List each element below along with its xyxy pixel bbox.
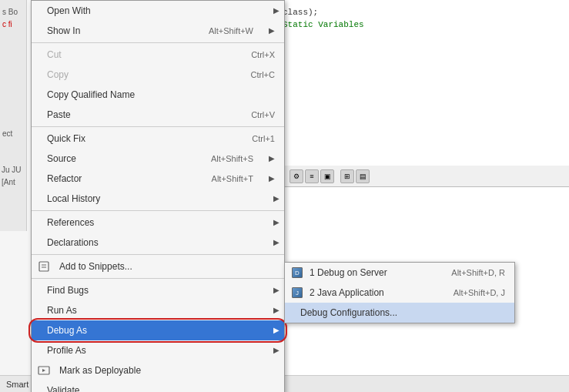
- submenu-label-debug-config: Debug Configurations...: [300, 305, 397, 320]
- arrow-run-as: ▶: [273, 303, 279, 318]
- left-label-ant: [Ant: [2, 178, 15, 186]
- submenu-label-java-app: 2 Java Application: [310, 285, 384, 300]
- shortcut-java-app: Alt+Shift+D, J: [454, 285, 505, 300]
- snippets-icon: [38, 260, 50, 273]
- shortcut-copy: Ctrl+C: [251, 67, 275, 82]
- menu-item-cut[interactable]: Cut Ctrl+X: [32, 45, 284, 65]
- separator-4: [32, 254, 284, 255]
- menu-item-debug-as[interactable]: Debug As ▶: [32, 320, 284, 340]
- java-app-icon: J: [291, 286, 303, 299]
- menu-item-snippets[interactable]: Add to Snippets...: [32, 256, 284, 276]
- arrow-local-history: ▶: [273, 191, 279, 206]
- menu-item-copy-qualified[interactable]: Copy Qualified Name: [32, 85, 284, 105]
- toolbar-btn-12[interactable]: ⊞: [340, 169, 354, 183]
- menu-item-open-with[interactable]: Open With ▶: [32, 1, 284, 21]
- shortcut-cut: Ctrl+X: [251, 47, 275, 62]
- left-label-ect: ect: [2, 129, 12, 138]
- left-label-ju: Ju JU: [2, 166, 22, 174]
- menu-label-refactor: Refactor: [47, 171, 82, 186]
- menu-label-paste: Paste: [47, 107, 71, 122]
- menu-item-run-as[interactable]: Run As ▶: [32, 300, 284, 320]
- menu-item-validate[interactable]: Validate: [32, 380, 284, 392]
- code-line-1: class);: [283, 6, 563, 18]
- menu-item-profile-as[interactable]: Profile As ▶: [32, 340, 284, 360]
- submenu-item-debug-config[interactable]: Debug Configurations...: [285, 303, 514, 323]
- menu-label-source: Source: [47, 151, 76, 166]
- menu-item-show-in[interactable]: Show In Alt+Shift+W ▶: [32, 21, 284, 41]
- menu-label-validate: Validate: [47, 383, 79, 392]
- menu-label-find-bugs: Find Bugs: [47, 283, 89, 298]
- shortcut-paste: Ctrl+V: [251, 107, 275, 122]
- menu-label-debug-as: Debug As: [47, 323, 87, 338]
- menu-label-copy-qualified: Copy Qualified Name: [47, 87, 135, 102]
- left-panel: s Bo c fi ect Ju JU [Ant: [0, 0, 27, 231]
- deployable-icon: [38, 364, 50, 377]
- menu-label-cut: Cut: [47, 47, 62, 62]
- shortcut-quick-fix: Ctrl+1: [252, 131, 275, 146]
- menu-label-mark-deployable: Mark as Deployable: [59, 363, 141, 378]
- separator-2: [32, 126, 284, 127]
- menu-label-snippets: Add to Snippets...: [59, 259, 132, 274]
- arrow-show-in: ▶: [269, 23, 275, 39]
- toolbar-btn-10[interactable]: ≡: [305, 169, 319, 183]
- menu-item-copy[interactable]: Copy Ctrl+C: [32, 65, 284, 85]
- toolbar-btn-9[interactable]: ⚙: [290, 169, 303, 183]
- arrow-profile-as: ▶: [273, 343, 279, 358]
- menu-item-source[interactable]: Source Alt+Shift+S ▶: [32, 149, 284, 169]
- svg-rect-0: [39, 262, 49, 271]
- left-label-2: c fi: [2, 20, 12, 28]
- arrow-refactor: ▶: [269, 171, 275, 186]
- submenu-label-debug-server: 1 Debug on Server: [310, 265, 387, 280]
- left-label-1: s Bo: [2, 8, 18, 16]
- arrow-debug-as: ▶: [273, 323, 279, 338]
- code-line-static: Static Variables: [283, 18, 563, 31]
- menu-item-mark-deployable[interactable]: Mark as Deployable: [32, 360, 284, 380]
- shortcut-refactor: Alt+Shift+T: [212, 171, 253, 186]
- menu-item-find-bugs[interactable]: Find Bugs ▶: [32, 280, 284, 300]
- menu-label-copy: Copy: [47, 67, 69, 82]
- arrow-open-with: ▶: [273, 3, 279, 18]
- menu-label-declarations: Declarations: [47, 235, 99, 250]
- menu-item-refactor[interactable]: Refactor Alt+Shift+T ▶: [32, 169, 284, 189]
- menu-item-quick-fix[interactable]: Quick Fix Ctrl+1: [32, 129, 284, 149]
- shortcut-source: Alt+Shift+S: [211, 151, 253, 166]
- menu-label-open-with: Open With: [47, 3, 91, 18]
- separator-3: [32, 210, 284, 211]
- arrow-source: ▶: [269, 151, 275, 166]
- menu-label-profile-as: Profile As: [47, 343, 86, 358]
- context-menu: Open With ▶ Show In Alt+Shift+W ▶ Cut Ct…: [31, 0, 285, 392]
- menu-label-references: References: [47, 215, 94, 230]
- submenu-item-java-app[interactable]: J 2 Java Application Alt+Shift+D, J: [285, 283, 514, 303]
- shortcut-debug-server: Alt+Shift+D, R: [451, 265, 505, 280]
- menu-item-declarations[interactable]: Declarations ▶: [32, 233, 284, 253]
- separator-1: [32, 42, 284, 43]
- shortcut-show-in: Alt+Shift+W: [209, 23, 253, 39]
- submenu-item-debug-server[interactable]: D 1 Debug on Server Alt+Shift+D, R: [285, 263, 514, 283]
- menu-label-local-history: Local History: [47, 191, 100, 206]
- toolbar-btn-13[interactable]: ▤: [356, 169, 370, 183]
- menu-item-local-history[interactable]: Local History ▶: [32, 189, 284, 209]
- menu-label-run-as: Run As: [47, 303, 77, 318]
- menu-item-references[interactable]: References ▶: [32, 213, 284, 233]
- menu-label-quick-fix: Quick Fix: [47, 131, 85, 146]
- debug-server-icon: D: [291, 266, 303, 279]
- separator-5: [32, 278, 284, 279]
- arrow-find-bugs: ▶: [273, 283, 279, 298]
- arrow-declarations: ▶: [273, 235, 279, 250]
- svg-marker-4: [42, 369, 45, 372]
- submenu-debug-as: D 1 Debug on Server Alt+Shift+D, R J 2 J…: [284, 262, 515, 323]
- arrow-references: ▶: [273, 215, 279, 230]
- toolbar-btn-11[interactable]: ▣: [320, 169, 334, 183]
- menu-item-paste[interactable]: Paste Ctrl+V: [32, 105, 284, 125]
- menu-label-show-in: Show In: [47, 23, 80, 39]
